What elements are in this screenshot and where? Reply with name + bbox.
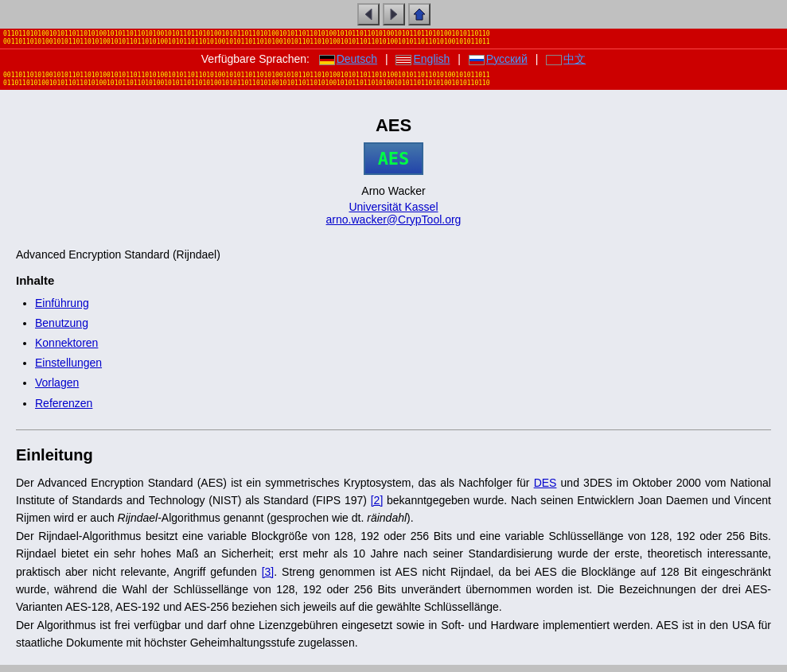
list-item: Vorlagen — [35, 373, 771, 393]
back-button[interactable] — [357, 3, 380, 25]
ref2-link[interactable]: [2] — [371, 494, 384, 507]
university-link[interactable]: Universität Kassel — [29, 200, 758, 213]
nav-benutzung[interactable]: Benutzung — [35, 317, 88, 329]
contents-title: Inhalte — [16, 274, 771, 287]
subtitle: Advanced Encryption Standard (Rijndael) — [16, 248, 771, 261]
list-item: Referenzen — [35, 394, 771, 414]
contents-list: Einführung Benutzung Konnektoren Einstel… — [16, 293, 771, 414]
des-link[interactable]: DES — [534, 476, 557, 489]
nav-vorlagen[interactable]: Vorlagen — [35, 376, 79, 389]
intro-title: Einleitung — [16, 446, 771, 464]
page-title: AES — [29, 115, 758, 136]
language-bar: Verfügbare Sprachen: Deutsch | English |… — [0, 49, 787, 70]
forward-button[interactable] — [383, 3, 405, 25]
lang-ru[interactable]: Русский — [486, 52, 528, 65]
flag-ru — [469, 55, 485, 65]
introduction-section: Einleitung Der Advanced Encryption Stand… — [16, 446, 771, 652]
list-item: Konnektoren — [35, 333, 771, 353]
binary-text-line2: 0011011010100101011011010100101011011010… — [3, 38, 784, 46]
binary-text-line3: 0011011010100101011011010100101011011010… — [3, 72, 784, 80]
header-card: AES AES Arno Wacker Universität Kassel a… — [16, 103, 771, 239]
home-button[interactable] — [408, 3, 431, 25]
list-item: Einstellungen — [35, 353, 771, 373]
nav-konnektoren[interactable]: Konnektoren — [35, 336, 98, 349]
section-divider — [16, 429, 771, 430]
contents-section: Inhalte Einführung Benutzung Konnektoren… — [16, 274, 771, 414]
main-content: AES AES Arno Wacker Universität Kassel a… — [0, 90, 787, 665]
nav-einfuehrung[interactable]: Einführung — [35, 297, 89, 309]
binary-text-line1: 0110110101001010110110101001010110110101… — [3, 30, 784, 38]
university-anchor[interactable]: Universität Kassel — [349, 200, 438, 213]
intro-para-3: Der Algorithmus ist frei verfügbar und d… — [16, 616, 771, 652]
intro-para-2: Der Rijndael-Algorithmus besitzt eine va… — [16, 527, 771, 616]
author-name: Arno Wacker — [29, 185, 758, 197]
email-anchor[interactable]: arno.wacker@CrypTool.org — [326, 213, 462, 226]
lang-label: Verfügbare Sprachen: — [201, 52, 310, 65]
binary-banner-top: 0110110101001010110110101001010110110101… — [0, 29, 787, 49]
nav-referenzen[interactable]: Referenzen — [35, 397, 92, 410]
list-item: Benutzung — [35, 313, 771, 333]
email-link[interactable]: arno.wacker@CrypTool.org — [29, 213, 758, 226]
flag-cn — [546, 55, 562, 65]
svg-marker-0 — [365, 9, 372, 20]
list-item: Einführung — [35, 293, 771, 313]
lang-de[interactable]: Deutsch — [337, 52, 377, 65]
binary-banner-bottom: 0011011010100101011011010100101011011010… — [0, 70, 787, 90]
binary-text-line4: 0110110101001010110110101001010110110101… — [3, 80, 784, 87]
aes-logo: AES — [364, 142, 424, 175]
svg-marker-2 — [414, 9, 425, 20]
lang-en[interactable]: English — [413, 52, 450, 65]
nav-einstellungen[interactable]: Einstellungen — [35, 356, 102, 369]
svg-marker-1 — [391, 9, 397, 20]
nav-toolbar — [0, 0, 787, 29]
lang-zh[interactable]: 中文 — [563, 52, 586, 65]
flag-us — [395, 55, 411, 65]
flag-de — [319, 55, 335, 65]
ref3-link[interactable]: [3] — [262, 565, 275, 578]
intro-body: Der Advanced Encryption Standard (AES) i… — [16, 474, 771, 652]
intro-para-1: Der Advanced Encryption Standard (AES) i… — [16, 474, 771, 527]
